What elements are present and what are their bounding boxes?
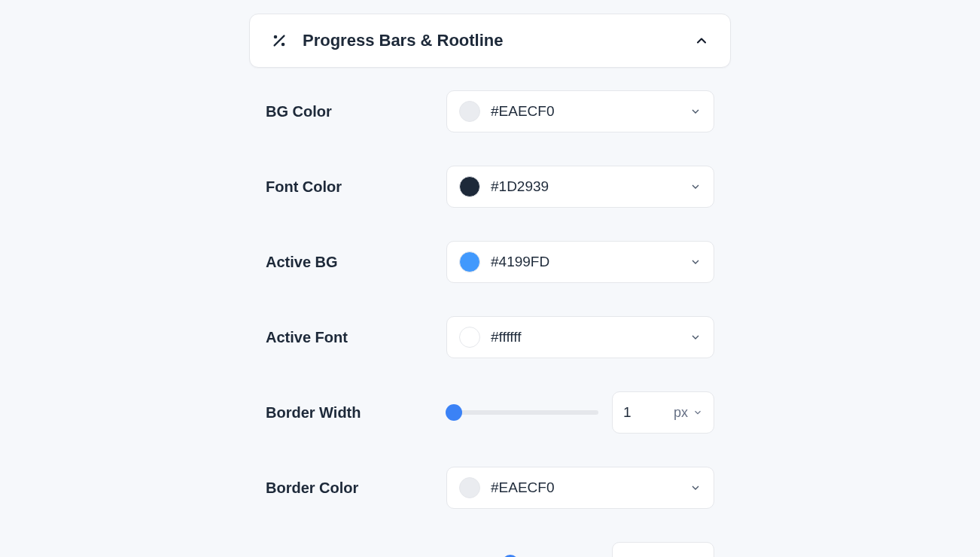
- label-active-font: Active Font: [266, 329, 446, 346]
- value-active-bg: #4199FD: [491, 254, 679, 270]
- chevron-down-icon: [692, 407, 703, 418]
- number-value: 1: [623, 404, 669, 421]
- value-font-color: #1D2939: [491, 178, 679, 195]
- percent-icon: [271, 32, 288, 49]
- svg-point-1: [274, 35, 278, 39]
- accordion-body: BG Color #EAECF0 Font Color #1D2939 Acti…: [249, 90, 731, 557]
- chevron-down-icon: [689, 331, 702, 343]
- number-unit: px: [674, 405, 688, 421]
- slider-track: [446, 410, 598, 415]
- chevron-up-icon: [694, 33, 709, 48]
- swatch-active-font: [459, 327, 480, 348]
- swatch-active-bg: [459, 251, 480, 272]
- slider-group-circle-size: 30 px: [446, 542, 714, 557]
- row-font-color: Font Color #1D2939: [266, 166, 714, 208]
- swatch-font-color: [459, 176, 480, 197]
- chevron-down-icon: [689, 181, 702, 193]
- row-circle-size: Circle Size 30 px: [266, 542, 714, 557]
- row-active-bg: Active BG #4199FD: [266, 241, 714, 283]
- chevron-down-icon: [689, 105, 702, 117]
- label-active-bg: Active BG: [266, 254, 446, 271]
- settings-panel: Progress Bars & Rootline BG Color #EAECF…: [249, 0, 731, 557]
- row-active-font: Active Font #ffffff: [266, 316, 714, 358]
- color-picker-border-color[interactable]: #EAECF0: [446, 467, 714, 509]
- color-picker-active-bg[interactable]: #4199FD: [446, 241, 714, 283]
- svg-point-2: [282, 43, 285, 47]
- row-bg-color: BG Color #EAECF0: [266, 90, 714, 132]
- swatch-border-color: [459, 477, 480, 498]
- value-border-color: #EAECF0: [491, 479, 679, 496]
- slider-border-width[interactable]: [446, 404, 598, 421]
- chevron-down-icon: [689, 482, 702, 494]
- accordion-header-progress-bars[interactable]: Progress Bars & Rootline: [249, 14, 731, 68]
- value-active-font: #ffffff: [491, 329, 679, 345]
- label-circle-size: Circle Size: [266, 555, 446, 558]
- chevron-down-icon: [689, 256, 702, 268]
- color-picker-bg-color[interactable]: #EAECF0: [446, 90, 714, 132]
- swatch-bg-color: [459, 101, 480, 122]
- number-field-circle-size[interactable]: 30 px: [612, 542, 714, 557]
- value-bg-color: #EAECF0: [491, 103, 679, 120]
- label-border-width: Border Width: [266, 404, 446, 422]
- row-border-width: Border Width 1 px: [266, 391, 714, 434]
- accordion-title: Progress Bars & Rootline: [303, 31, 679, 50]
- slider-group-border-width: 1 px: [446, 391, 714, 434]
- label-border-color: Border Color: [266, 479, 446, 497]
- label-font-color: Font Color: [266, 178, 446, 196]
- row-border-color: Border Color #EAECF0: [266, 467, 714, 509]
- number-field-border-width[interactable]: 1 px: [612, 391, 714, 434]
- slider-thumb[interactable]: [446, 404, 462, 421]
- color-picker-active-font[interactable]: #ffffff: [446, 316, 714, 358]
- color-picker-font-color[interactable]: #1D2939: [446, 166, 714, 208]
- label-bg-color: BG Color: [266, 103, 446, 120]
